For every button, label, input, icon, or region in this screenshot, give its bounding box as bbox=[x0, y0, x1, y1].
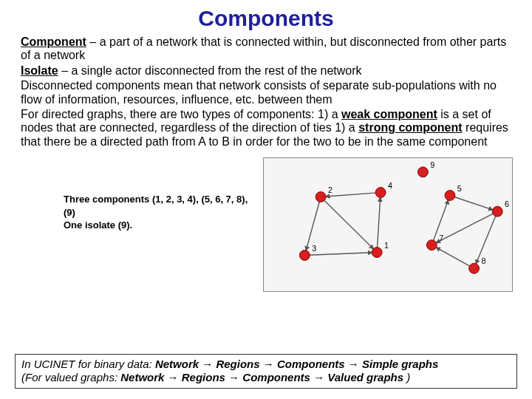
edge-2-1 bbox=[321, 197, 377, 253]
definitions-block: Component – a part of a network that is … bbox=[0, 35, 532, 149]
node-3 bbox=[299, 250, 310, 261]
node-label-3: 3 bbox=[312, 244, 316, 253]
node-2 bbox=[316, 192, 326, 202]
def-isolate: Isolate – a single actor disconnected fr… bbox=[21, 64, 511, 78]
node-label-1: 1 bbox=[384, 241, 389, 250]
network-diagram: 123456789 bbox=[263, 157, 513, 292]
term-isolate: Isolate bbox=[21, 64, 58, 77]
term-weak: weak component bbox=[341, 108, 437, 120]
footer-note: In UCINET for binary data: Network → Reg… bbox=[15, 354, 517, 389]
footer-l1-pre: In UCINET for binary data: bbox=[21, 358, 155, 370]
caption-line-1: Three components (1, 2, 3, 4), (5, 6, 7,… bbox=[64, 193, 256, 219]
edge-5-6 bbox=[450, 196, 497, 212]
node-6 bbox=[492, 206, 502, 216]
def-isolate-rest: – a single actor disconnected from the r… bbox=[58, 64, 362, 77]
slide-title: Components bbox=[0, 0, 532, 35]
edge-3-1 bbox=[304, 253, 377, 256]
edge-1-4 bbox=[377, 193, 381, 253]
node-4 bbox=[375, 188, 386, 198]
term-component: Component bbox=[21, 35, 86, 48]
node-label-8: 8 bbox=[481, 256, 485, 265]
def-component-rest: – a part of a network that is connected … bbox=[21, 35, 506, 61]
node-label-2: 2 bbox=[328, 185, 332, 194]
node-label-9: 9 bbox=[430, 160, 434, 169]
term-strong: strong component bbox=[358, 121, 462, 134]
def-directed: For directed graphs, there are two types… bbox=[21, 108, 511, 149]
def-disconnected: Disconnected components mean that networ… bbox=[21, 79, 511, 106]
footer-line-1: In UCINET for binary data: Network → Reg… bbox=[21, 358, 511, 372]
node-label-7: 7 bbox=[439, 233, 443, 242]
node-8 bbox=[469, 264, 480, 274]
dir-pre: For directed graphs, there are two types… bbox=[21, 108, 341, 120]
node-9 bbox=[418, 167, 429, 177]
caption-line-2: One isolate (9). bbox=[64, 219, 256, 232]
footer-l2-pre: (For valued graphs: bbox=[21, 371, 120, 383]
node-label-4: 4 bbox=[388, 181, 392, 190]
figure-caption: Three components (1, 2, 3, 4), (5, 6, 7,… bbox=[19, 157, 256, 232]
node-1 bbox=[372, 248, 382, 258]
footer-l2-post: ) bbox=[403, 371, 410, 383]
node-label-5: 5 bbox=[457, 184, 462, 193]
footer-line-2: (For valued graphs: Network → Regions → … bbox=[21, 371, 511, 385]
footer-l1-path: Network → Regions → Components → Simple … bbox=[155, 358, 438, 370]
node-label-6: 6 bbox=[505, 200, 509, 208]
def-component: Component – a part of a network that is … bbox=[21, 35, 511, 63]
footer-l2-path: Network → Regions → Components → Valued … bbox=[120, 371, 403, 383]
node-7 bbox=[426, 240, 437, 250]
node-5 bbox=[445, 191, 455, 201]
figure-row: Three components (1, 2, 3, 4), (5, 6, 7,… bbox=[0, 150, 532, 292]
edge-8-7 bbox=[432, 245, 474, 269]
